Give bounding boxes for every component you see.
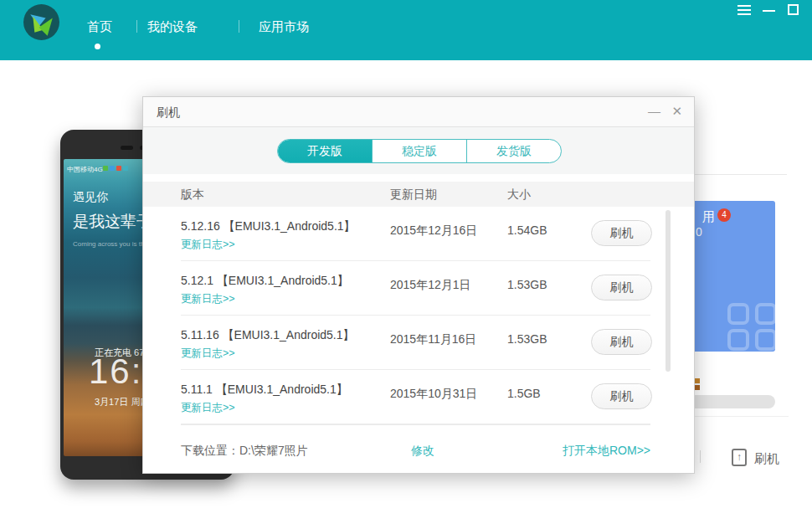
tab-stable[interactable]: 稳定版 — [372, 140, 466, 162]
dialog-footer: 下载位置：D:\荣耀7照片 修改 打开本地ROM>> — [143, 424, 694, 473]
table-row: 5.12.1 【EMUI3.1_Android5.1】 更新日志>> 2015年… — [143, 261, 694, 316]
rom-size: 1.53GB — [507, 278, 547, 291]
lockscreen-date: 3月17日 周四 — [95, 396, 149, 408]
toolbar-separator — [700, 450, 701, 463]
dialog-titlebar: 刷机 — ✕ — [143, 97, 694, 127]
dialog-title: 刷机 — [157, 105, 180, 121]
lockscreen-lyric-line1: 遇见你 — [73, 190, 108, 205]
rom-size: 1.54GB — [507, 223, 547, 237]
column-version: 版本 — [181, 187, 204, 203]
footer-separator — [181, 424, 650, 425]
tab-release[interactable]: 发货版 — [466, 140, 561, 162]
scrollbar-thumb[interactable] — [666, 210, 671, 372]
rom-version: 5.11.1 【EMUI3.1_Android5.1】 — [181, 383, 348, 398]
changelog-link[interactable]: 更新日志>> — [181, 238, 235, 252]
rom-version: 5.11.16 【EMUI3.1_Android5.1】 — [181, 328, 355, 343]
rom-date: 2015年10月31日 — [390, 387, 477, 402]
column-size: 大小 — [507, 187, 531, 203]
table-row: 5.11.1 【EMUI3.1_Android5.1】 更新日志>> 2015年… — [143, 370, 694, 424]
app-logo-icon — [23, 3, 60, 41]
nav-item-app-market[interactable]: 应用市场 — [259, 19, 309, 35]
phone-speaker — [121, 146, 133, 150]
menu-icon[interactable] — [737, 5, 751, 15]
dialog-close-icon[interactable]: ✕ — [671, 104, 682, 119]
app-grid-icon — [727, 303, 775, 352]
rom-size: 1.53GB — [507, 332, 547, 346]
rom-list: 5.12.16 【EMUI3.1_Android5.1】 更新日志>> 2015… — [143, 207, 694, 424]
changelog-link[interactable]: 更新日志>> — [181, 347, 235, 361]
nav-item-home[interactable]: 首页 — [87, 19, 112, 35]
rom-size: 1.5GB — [507, 387, 541, 400]
rom-date: 2015年12月16日 — [390, 223, 477, 239]
nav-separator — [136, 20, 137, 33]
flash-upload-icon[interactable]: ↑ — [732, 449, 747, 466]
rom-version: 5.12.1 【EMUI3.1_Android5.1】 — [181, 274, 349, 289]
toolbar-flash-label[interactable]: 刷机 — [754, 451, 779, 467]
column-update-date: 更新日期 — [390, 187, 437, 203]
nav-item-my-devices[interactable]: 我的设备 — [147, 19, 198, 35]
rom-version: 5.12.16 【EMUI3.1_Android5.1】 — [181, 219, 356, 234]
table-header: 版本 更新日期 大小 — [143, 182, 694, 207]
changelog-link[interactable]: 更新日志>> — [181, 292, 235, 306]
status-icon — [116, 166, 121, 171]
app-header: 首页 我的设备 应用市场 — [0, 0, 812, 60]
rom-date: 2015年12月1日 — [390, 278, 471, 293]
dialog-tab-zone: 开发版 稳定版 发货版 — [143, 127, 694, 174]
lockscreen-lyric-english: Coming across you is the — [73, 240, 148, 248]
modify-link[interactable]: 修改 — [411, 444, 434, 459]
open-local-rom-link[interactable]: 打开本地ROM>> — [563, 444, 650, 459]
update-count-badge: 4 — [717, 208, 731, 222]
tab-development[interactable]: 开发版 — [278, 140, 372, 162]
clipped-text-fragment — [695, 378, 700, 390]
table-row: 5.11.16 【EMUI3.1_Android5.1】 更新日志>> 2015… — [143, 316, 694, 370]
card-value-fragment: 0 — [696, 225, 702, 239]
flash-dialog: 刷机 — ✕ 开发版 稳定版 发货版 版本 更新日期 大小 5.12.16 【E… — [142, 96, 695, 474]
flash-button[interactable]: 刷机 — [591, 329, 652, 355]
status-icon — [123, 166, 128, 171]
status-icon — [103, 166, 108, 171]
carrier-label: 中国移动4G — [67, 165, 103, 174]
minimize-icon[interactable] — [763, 10, 775, 12]
status-bar-icons — [103, 166, 128, 171]
card-label-fragment: 用 — [702, 209, 715, 225]
flash-button[interactable]: 刷机 — [591, 383, 652, 409]
dialog-minimize-icon[interactable]: — — [648, 104, 660, 118]
nav-separator — [239, 20, 239, 33]
maximize-icon[interactable] — [788, 4, 799, 15]
changelog-link[interactable]: 更新日志>> — [181, 401, 235, 415]
download-location-label: 下载位置：D:\荣耀7照片 — [181, 444, 308, 459]
flash-button[interactable]: 刷机 — [591, 275, 652, 300]
flash-button[interactable]: 刷机 — [591, 220, 652, 246]
active-nav-dot — [95, 44, 100, 49]
rom-date: 2015年11月16日 — [390, 332, 476, 347]
version-tab-group: 开发版 稳定版 发货版 — [277, 139, 562, 163]
table-row: 5.12.16 【EMUI3.1_Android5.1】 更新日志>> 2015… — [143, 207, 694, 261]
status-icon — [110, 166, 115, 171]
